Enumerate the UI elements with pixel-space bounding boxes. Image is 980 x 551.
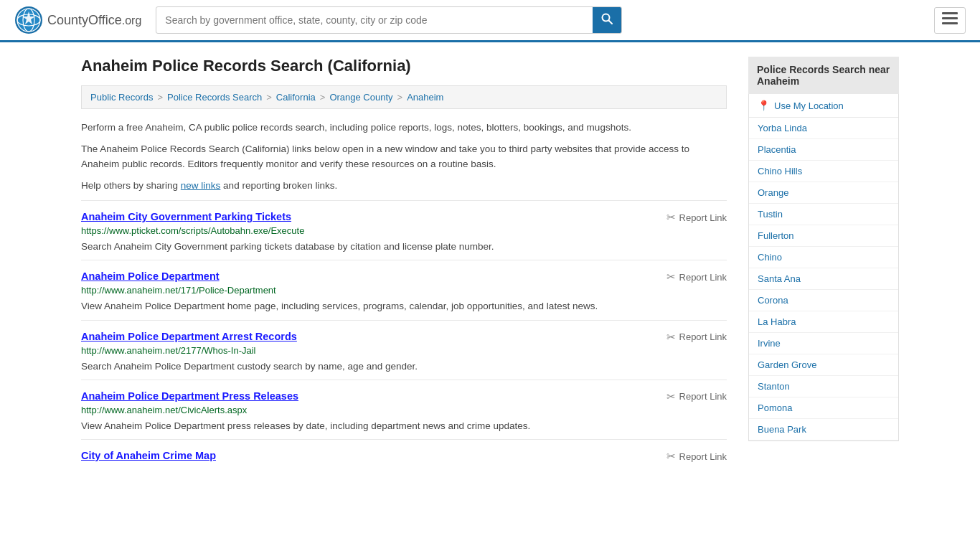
search-icon <box>601 13 613 24</box>
result-desc-3: Search Anaheim Police Department custody… <box>81 359 727 374</box>
logo-suffix: .org <box>122 14 142 27</box>
result-url-3[interactable]: http://www.anaheim.net/2177/Whos-In-Jail <box>81 345 727 356</box>
description-para1: Perform a free Anaheim, CA public police… <box>81 121 727 135</box>
description-para3: Help others by sharing new links and rep… <box>81 179 727 193</box>
breadcrumb-sep-3: > <box>320 92 326 103</box>
sidebar-link-orange[interactable]: Orange <box>749 182 898 204</box>
search-area <box>156 6 622 34</box>
result-desc-4: View Anaheim Police Department press rel… <box>81 419 727 433</box>
result-url-1[interactable]: https://www.pticket.com/scripts/Autobahn… <box>81 225 727 236</box>
sidebar-title-line1: Police Records Search near <box>757 64 890 75</box>
result-header-5: City of Anaheim Crime Map ✂ Report Link <box>81 450 727 464</box>
result-item-5: City of Anaheim Crime Map ✂ Report Link <box>81 439 727 470</box>
new-links-link[interactable]: new links <box>181 180 221 191</box>
scissors-icon-5: ✂ <box>666 450 676 463</box>
sidebar-title: Police Records Search near Anaheim <box>748 57 899 94</box>
logo-text: CountyOffice.org <box>47 13 141 28</box>
sidebar-title-line2: Anaheim <box>757 75 799 87</box>
site-header: CountyOffice.org <box>0 0 980 42</box>
sidebar-link-irvine[interactable]: Irvine <box>749 333 898 354</box>
use-location-label: Use My Location <box>774 100 844 111</box>
breadcrumb-anaheim[interactable]: Anaheim <box>407 92 443 103</box>
result-title-5[interactable]: City of Anaheim Crime Map <box>81 450 216 461</box>
report-link-btn-4[interactable]: ✂ Report Link <box>666 390 727 403</box>
desc-para3-suffix: and reporting broken links. <box>220 180 337 191</box>
breadcrumb-sep-2: > <box>266 92 272 103</box>
result-item-3: Anaheim Police Department Arrest Records… <box>81 320 727 380</box>
result-title-2[interactable]: Anaheim Police Department <box>81 270 220 282</box>
sidebar-link-placentia[interactable]: Placentia <box>749 139 898 161</box>
main-container: Anaheim Police Records Search (Californi… <box>60 42 920 484</box>
breadcrumb-police-records[interactable]: Police Records Search <box>167 92 262 103</box>
breadcrumb-sep-4: > <box>397 92 403 103</box>
result-title-1[interactable]: Anaheim City Government Parking Tickets <box>81 211 291 222</box>
report-link-btn-3[interactable]: ✂ Report Link <box>666 331 727 344</box>
result-desc-1: Search Anaheim City Government parking t… <box>81 240 727 254</box>
report-label-1: Report Link <box>679 212 727 223</box>
menu-button[interactable] <box>934 7 966 34</box>
sidebar-link-garden-grove[interactable]: Garden Grove <box>749 354 898 376</box>
search-button[interactable] <box>593 7 621 33</box>
result-desc-2: View Anaheim Police Department home page… <box>81 299 727 314</box>
result-url-2[interactable]: http://www.anaheim.net/171/Police-Depart… <box>81 285 727 296</box>
result-header-1: Anaheim City Government Parking Tickets … <box>81 211 727 225</box>
sidebar-link-stanton[interactable]: Stanton <box>749 376 898 397</box>
result-header-3: Anaheim Police Department Arrest Records… <box>81 331 727 345</box>
desc-para3-prefix: Help others by sharing <box>81 180 181 191</box>
sidebar-link-chino-hills[interactable]: Chino Hills <box>749 161 898 182</box>
sidebar: Police Records Search near Anaheim 📍 Use… <box>748 57 899 470</box>
sidebar-link-corona[interactable]: Corona <box>749 290 898 311</box>
breadcrumb: Public Records > Police Records Search >… <box>81 85 727 109</box>
breadcrumb-sep-1: > <box>157 92 163 103</box>
result-header-4: Anaheim Police Department Press Releases… <box>81 390 727 405</box>
sidebar-link-santa-ana[interactable]: Santa Ana <box>749 268 898 290</box>
content-area: Anaheim Police Records Search (Californi… <box>81 57 727 470</box>
report-label-5: Report Link <box>679 451 727 462</box>
breadcrumb-california[interactable]: California <box>276 92 316 103</box>
scissors-icon-3: ✂ <box>666 331 676 344</box>
sidebar-link-chino[interactable]: Chino <box>749 247 898 268</box>
sidebar-link-buena-park[interactable]: Buena Park <box>749 419 898 441</box>
sidebar-link-tustin[interactable]: Tustin <box>749 204 898 225</box>
description-para2: The Anaheim Police Records Search (Calif… <box>81 142 727 171</box>
svg-rect-8 <box>942 12 958 14</box>
svg-rect-10 <box>942 22 958 24</box>
use-my-location[interactable]: 📍 Use My Location <box>749 94 898 118</box>
report-link-btn-2[interactable]: ✂ Report Link <box>666 270 727 283</box>
svg-rect-9 <box>942 17 958 19</box>
scissors-icon-1: ✂ <box>666 211 676 224</box>
report-label-2: Report Link <box>679 272 727 283</box>
hamburger-icon <box>942 12 958 25</box>
result-header-2: Anaheim Police Department ✂ Report Link <box>81 270 727 285</box>
result-url-4[interactable]: http://www.anaheim.net/CivicAlerts.aspx <box>81 405 727 415</box>
breadcrumb-public-records[interactable]: Public Records <box>90 92 153 103</box>
report-link-btn-1[interactable]: ✂ Report Link <box>666 211 727 224</box>
report-link-btn-5[interactable]: ✂ Report Link <box>666 450 727 463</box>
sidebar-link-yorba-linda[interactable]: Yorba Linda <box>749 118 898 139</box>
logo-icon <box>14 6 43 34</box>
search-input[interactable] <box>156 9 593 32</box>
sidebar-link-pomona[interactable]: Pomona <box>749 397 898 419</box>
report-label-3: Report Link <box>679 331 727 342</box>
sidebar-links-list: 📍 Use My Location Yorba Linda Placentia … <box>748 94 899 441</box>
logo-link[interactable]: CountyOffice.org <box>14 6 141 34</box>
results-list: Anaheim City Government Parking Tickets … <box>81 200 727 470</box>
result-title-3[interactable]: Anaheim Police Department Arrest Records <box>81 331 297 342</box>
result-title-4[interactable]: Anaheim Police Department Press Releases <box>81 390 298 402</box>
sidebar-link-fullerton[interactable]: Fullerton <box>749 225 898 247</box>
logo-brand: CountyOffice <box>47 13 122 27</box>
page-title: Anaheim Police Records Search (Californi… <box>81 57 727 75</box>
breadcrumb-orange-county[interactable]: Orange County <box>329 92 392 103</box>
result-item-1: Anaheim City Government Parking Tickets … <box>81 200 727 260</box>
scissors-icon-2: ✂ <box>666 270 676 283</box>
sidebar-link-la-habra[interactable]: La Habra <box>749 311 898 333</box>
location-pin-icon: 📍 <box>758 100 770 111</box>
svg-line-7 <box>609 21 613 24</box>
result-item-4: Anaheim Police Department Press Releases… <box>81 380 727 439</box>
scissors-icon-4: ✂ <box>666 390 676 403</box>
report-label-4: Report Link <box>679 391 727 402</box>
result-item-2: Anaheim Police Department ✂ Report Link … <box>81 260 727 319</box>
